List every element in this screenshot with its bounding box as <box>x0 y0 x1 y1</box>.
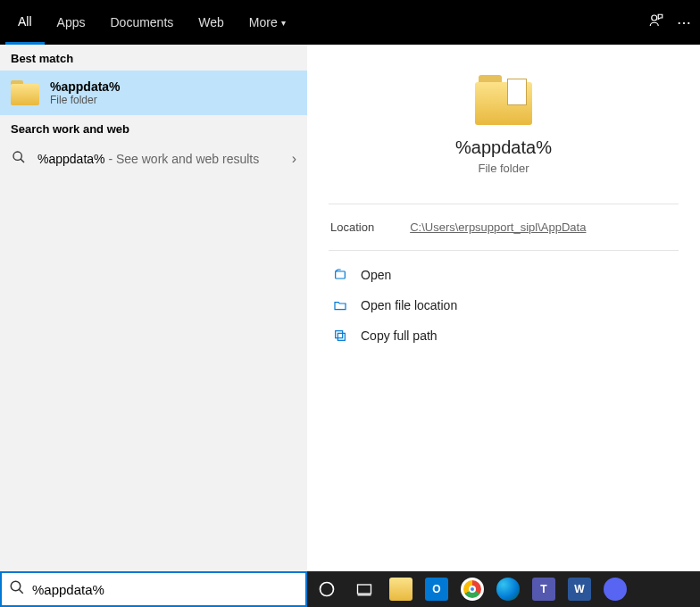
feedback-icon[interactable] <box>648 12 664 32</box>
folder-open-icon <box>332 297 348 313</box>
search-input[interactable] <box>32 582 298 597</box>
teams-icon[interactable]: T <box>532 578 555 601</box>
svg-point-1 <box>13 152 21 160</box>
svg-point-6 <box>11 581 21 591</box>
word-icon[interactable]: W <box>568 578 591 601</box>
location-label: Location <box>330 220 374 234</box>
more-options-icon[interactable]: ⋯ <box>677 14 691 31</box>
tab-more[interactable]: More▾ <box>237 0 298 45</box>
svg-rect-5 <box>336 331 343 338</box>
search-category-tabs: All Apps Documents Web More▾ ⋯ <box>0 0 700 45</box>
best-match-result[interactable]: %appdata% File folder <box>0 71 307 115</box>
svg-line-2 <box>21 159 24 162</box>
search-box[interactable] <box>0 571 307 607</box>
svg-rect-4 <box>338 333 345 340</box>
action-open-file-location[interactable]: Open file location <box>329 290 679 320</box>
action-copy-full-path[interactable]: Copy full path <box>329 320 679 351</box>
cortana-button[interactable] <box>314 577 339 602</box>
svg-point-0 <box>652 15 657 21</box>
task-view-button[interactable] <box>352 577 377 602</box>
tab-all[interactable]: All <box>5 0 45 45</box>
tab-web[interactable]: Web <box>186 0 237 45</box>
action-open[interactable]: Open <box>329 260 679 290</box>
copy-icon <box>332 328 348 344</box>
folder-icon <box>11 80 39 105</box>
chrome-icon[interactable] <box>461 578 484 601</box>
svg-point-8 <box>321 583 334 596</box>
web-suffix: - See work and web results <box>105 152 260 166</box>
web-search-result[interactable]: %appdata% - See work and web results › <box>0 141 307 177</box>
results-panel: Best match %appdata% File folder Search … <box>0 45 307 571</box>
tab-documents[interactable]: Documents <box>97 0 186 45</box>
outlook-icon[interactable]: O <box>425 578 448 601</box>
folder-large-icon <box>475 75 532 125</box>
taskbar: O T W <box>307 571 700 607</box>
result-title: %appdata% <box>50 79 121 94</box>
search-work-web-header: Search work and web <box>0 115 307 141</box>
discord-icon[interactable] <box>604 578 627 601</box>
edge-icon[interactable] <box>496 578 520 601</box>
location-path-link[interactable]: C:\Users\erpsupport_sipl\AppData <box>410 220 586 234</box>
file-explorer-icon[interactable] <box>389 578 412 601</box>
svg-rect-9 <box>358 585 371 594</box>
svg-rect-3 <box>336 271 346 279</box>
preview-title: %appdata% <box>325 137 682 158</box>
result-subtitle: File folder <box>50 94 121 106</box>
search-icon <box>9 579 25 599</box>
open-icon <box>332 267 348 283</box>
search-icon <box>11 150 27 168</box>
preview-subtitle: File folder <box>325 162 682 175</box>
chevron-right-icon: › <box>292 151 296 167</box>
preview-panel: %appdata% File folder Location C:\Users\… <box>307 45 700 571</box>
best-match-header: Best match <box>0 45 307 71</box>
chevron-down-icon: ▾ <box>281 18 286 28</box>
svg-line-7 <box>19 589 23 594</box>
web-query: %appdata% <box>38 152 105 166</box>
tab-apps[interactable]: Apps <box>45 0 98 45</box>
